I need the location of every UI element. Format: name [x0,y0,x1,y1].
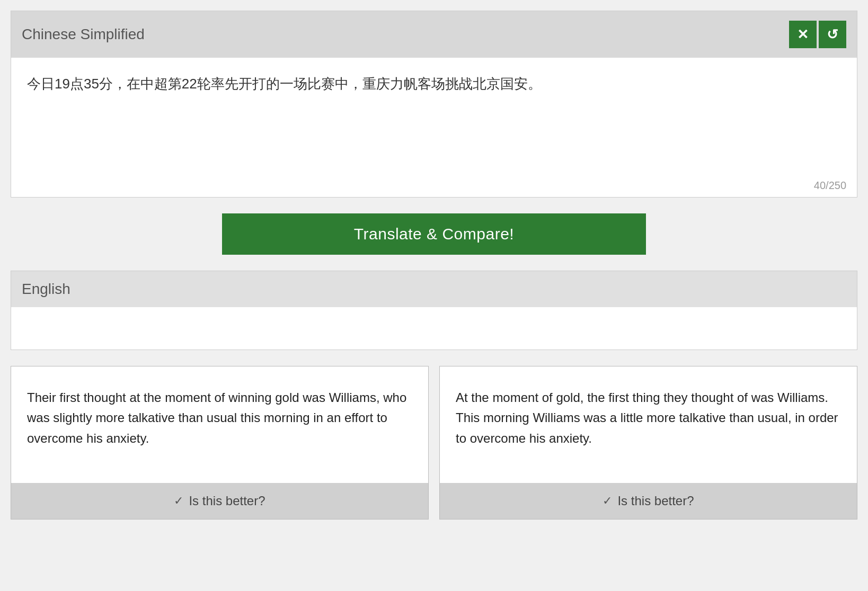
close-icon: ✕ [797,26,809,43]
source-language-label: Chinese Simplified [22,26,145,43]
is-better-label-1: Is this better? [189,494,265,508]
comparison-text-1: Their first thought at the moment of win… [11,366,428,483]
source-section: Chinese Simplified ✕ ↺ 今日19点35分，在中超第22轮率… [11,11,857,198]
is-better-button-2[interactable]: ✓ Is this better? [440,483,857,519]
target-section: English [11,271,857,350]
source-input[interactable]: 今日19点35分，在中超第22轮率先开打的一场比赛中，重庆力帆客场挑战北京国安。 [11,58,857,174]
is-better-label-2: Is this better? [617,494,694,508]
comparison-text-2: At the moment of gold, the first thing t… [440,366,857,483]
comparison-section: Their first thought at the moment of win… [11,366,857,520]
page-wrapper: Chinese Simplified ✕ ↺ 今日19点35分，在中超第22轮率… [0,0,868,530]
translate-btn-wrapper: Translate & Compare! [11,198,857,271]
target-header: English [11,271,857,307]
target-language-label: English [22,281,70,297]
reset-button[interactable]: ↺ [819,21,846,48]
comparison-card-2: At the moment of gold, the first thing t… [439,366,857,520]
checkmark-icon-1: ✓ [174,494,183,508]
header-buttons: ✕ ↺ [789,21,846,48]
char-count: 40/250 [11,176,857,197]
reset-icon: ↺ [827,26,838,43]
translate-compare-button[interactable]: Translate & Compare! [222,213,646,255]
close-button[interactable]: ✕ [789,21,817,48]
target-body [11,307,857,350]
comparison-card-1: Their first thought at the moment of win… [11,366,429,520]
checkmark-icon-2: ✓ [603,494,612,508]
source-header: Chinese Simplified ✕ ↺ [11,11,857,58]
is-better-button-1[interactable]: ✓ Is this better? [11,483,428,519]
